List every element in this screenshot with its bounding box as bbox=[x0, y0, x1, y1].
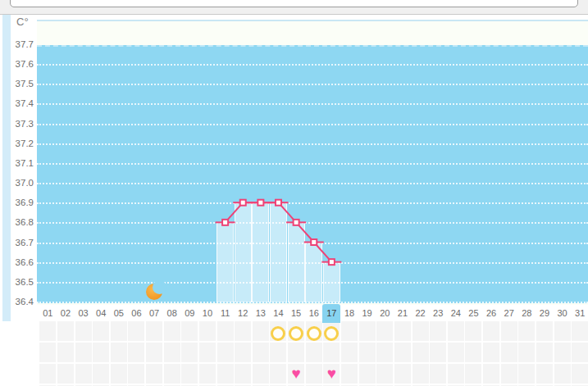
entry-cell[interactable] bbox=[39, 343, 56, 362]
day-label-06[interactable]: 06 bbox=[127, 307, 145, 320]
entry-cell[interactable] bbox=[554, 364, 571, 384]
entry-cell[interactable] bbox=[572, 364, 588, 384]
entry-cell[interactable] bbox=[448, 343, 464, 362]
day-label-18[interactable]: 18 bbox=[340, 307, 358, 320]
entry-cell[interactable] bbox=[253, 364, 269, 384]
entry-cell[interactable] bbox=[430, 321, 446, 341]
entry-cell[interactable] bbox=[518, 364, 535, 384]
entry-cell[interactable] bbox=[164, 364, 180, 384]
entry-cell[interactable] bbox=[146, 321, 162, 341]
entry-cell[interactable] bbox=[199, 364, 216, 384]
entry-cell[interactable] bbox=[413, 343, 429, 362]
entry-cell[interactable] bbox=[448, 321, 464, 341]
entry-cell[interactable] bbox=[39, 364, 56, 384]
day-label-26[interactable]: 26 bbox=[482, 307, 500, 320]
entry-cell[interactable] bbox=[57, 343, 74, 362]
day-label-12[interactable]: 12 bbox=[234, 307, 252, 320]
entry-cell[interactable] bbox=[394, 364, 411, 384]
day-label-16[interactable]: 16 bbox=[305, 307, 323, 320]
day-label-24[interactable]: 24 bbox=[447, 307, 465, 320]
entry-cell[interactable] bbox=[465, 321, 481, 341]
day-label-27[interactable]: 27 bbox=[500, 307, 518, 320]
day-label-08[interactable]: 08 bbox=[163, 307, 181, 320]
entry-cell[interactable] bbox=[483, 364, 499, 384]
entry-cell[interactable] bbox=[413, 364, 429, 384]
entry-cell[interactable] bbox=[235, 364, 251, 384]
day-label-29[interactable]: 29 bbox=[536, 307, 554, 320]
day-label-22[interactable]: 22 bbox=[412, 307, 430, 320]
entry-cell[interactable] bbox=[93, 364, 109, 384]
day-label-01[interactable]: 01 bbox=[39, 307, 57, 320]
entry-cell[interactable] bbox=[554, 343, 571, 362]
entry-cell[interactable] bbox=[376, 343, 393, 362]
entry-cell[interactable] bbox=[235, 321, 251, 341]
entry-cell[interactable] bbox=[341, 321, 358, 341]
entry-cell[interactable] bbox=[181, 343, 198, 362]
entry-cell[interactable] bbox=[57, 321, 74, 341]
day-label-28[interactable]: 28 bbox=[517, 307, 536, 320]
day-label-05[interactable]: 05 bbox=[110, 307, 128, 320]
entry-cell[interactable] bbox=[448, 364, 464, 384]
entry-cell[interactable] bbox=[376, 364, 393, 384]
day-label-02[interactable]: 02 bbox=[57, 307, 75, 320]
entry-cell[interactable] bbox=[483, 321, 499, 341]
entry-cell[interactable] bbox=[270, 364, 286, 384]
entry-cell[interactable] bbox=[413, 321, 429, 341]
entry-cell[interactable] bbox=[536, 343, 553, 362]
day-label-17[interactable]: 17 bbox=[322, 307, 340, 320]
entry-cell[interactable] bbox=[306, 343, 322, 362]
entry-cell[interactable] bbox=[181, 364, 198, 384]
entry-cell[interactable] bbox=[536, 364, 553, 384]
entry-cell[interactable] bbox=[394, 321, 411, 341]
entry-cell[interactable] bbox=[111, 343, 127, 362]
entry-cell[interactable] bbox=[199, 343, 216, 362]
entry-cell[interactable] bbox=[501, 364, 517, 384]
entry-cell[interactable] bbox=[288, 343, 304, 362]
entry-cell[interactable] bbox=[111, 321, 127, 341]
day-label-04[interactable]: 04 bbox=[92, 307, 110, 320]
entry-cell[interactable] bbox=[394, 343, 411, 362]
entry-cell[interactable] bbox=[93, 321, 109, 341]
entry-cell[interactable] bbox=[572, 343, 588, 362]
entry-cell[interactable] bbox=[554, 321, 571, 341]
day-label-03[interactable]: 03 bbox=[75, 307, 93, 320]
entry-cell[interactable] bbox=[323, 343, 340, 362]
day-label-13[interactable]: 13 bbox=[252, 307, 270, 320]
entry-cell[interactable] bbox=[128, 343, 144, 362]
day-label-09[interactable]: 09 bbox=[180, 307, 198, 320]
day-label-31[interactable]: 31 bbox=[571, 307, 588, 320]
entry-cell[interactable] bbox=[57, 364, 74, 384]
entry-cell[interactable] bbox=[253, 321, 269, 341]
entry-cell[interactable] bbox=[518, 321, 535, 341]
day-label-25[interactable]: 25 bbox=[464, 307, 482, 320]
entry-cell[interactable] bbox=[465, 343, 481, 362]
entry-cell[interactable] bbox=[128, 364, 144, 384]
day-label-14[interactable]: 14 bbox=[269, 307, 287, 320]
entry-cell[interactable] bbox=[146, 343, 162, 362]
entry-cell[interactable] bbox=[501, 321, 517, 341]
entry-cell[interactable] bbox=[359, 364, 376, 384]
day-label-11[interactable]: 11 bbox=[217, 307, 235, 320]
entry-cell[interactable] bbox=[164, 343, 180, 362]
entry-cell[interactable] bbox=[376, 321, 393, 341]
entry-cell[interactable] bbox=[217, 321, 234, 341]
entry-cell[interactable] bbox=[164, 321, 180, 341]
day-label-30[interactable]: 30 bbox=[554, 307, 572, 320]
address-input[interactable] bbox=[10, 0, 578, 7]
entry-cell[interactable] bbox=[39, 321, 56, 341]
entry-cell[interactable] bbox=[199, 321, 216, 341]
entry-cell[interactable] bbox=[270, 343, 286, 362]
temperature-point-marker[interactable] bbox=[311, 239, 317, 245]
temperature-point-marker[interactable] bbox=[329, 259, 335, 265]
temperature-point-marker[interactable] bbox=[276, 200, 281, 206]
day-label-21[interactable]: 21 bbox=[394, 307, 412, 320]
entry-cell[interactable] bbox=[217, 343, 234, 362]
temperature-point-marker[interactable] bbox=[240, 200, 246, 206]
entry-cell[interactable] bbox=[341, 364, 358, 384]
entry-cell[interactable] bbox=[359, 321, 376, 341]
entry-cell[interactable] bbox=[341, 343, 358, 362]
day-label-07[interactable]: 07 bbox=[145, 307, 163, 320]
day-label-20[interactable]: 20 bbox=[376, 307, 394, 320]
entry-cell[interactable] bbox=[465, 364, 481, 384]
day-label-15[interactable]: 15 bbox=[287, 307, 305, 320]
